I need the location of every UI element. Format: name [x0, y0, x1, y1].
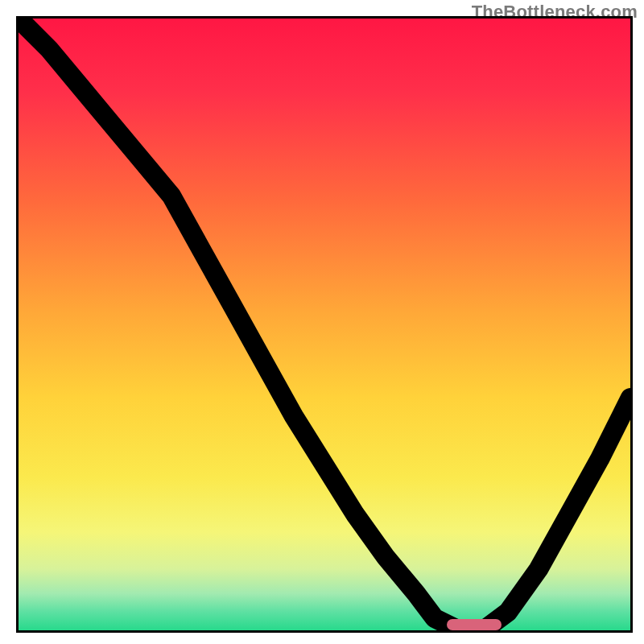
bottleneck-curve	[19, 19, 630, 630]
optimal-range-marker	[447, 619, 502, 630]
chart-curve-svg	[19, 19, 630, 630]
chart-plot-area	[16, 16, 633, 633]
